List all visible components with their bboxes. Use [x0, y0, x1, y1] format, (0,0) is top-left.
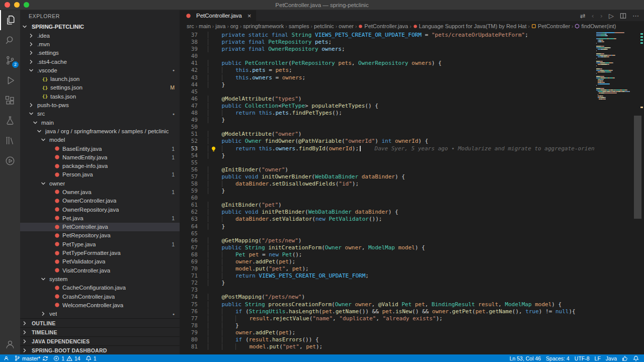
eol-indicator[interactable]: LF — [595, 354, 601, 362]
code-line[interactable]: 55 — [180, 159, 595, 166]
source-control-icon[interactable]: 2 — [0, 50, 20, 70]
line-number[interactable]: 63 — [180, 216, 208, 223]
line-number[interactable]: 61 — [180, 202, 208, 209]
line-number[interactable]: 72 — [180, 280, 208, 287]
code-line[interactable]: 59 } — [180, 188, 595, 195]
code-line[interactable]: 61 @InitBinder("pet") — [180, 202, 595, 209]
line-number[interactable]: 50 — [180, 124, 208, 131]
code-line[interactable]: 37 private static final String VIEWS_PET… — [180, 32, 595, 39]
open-changes-icon[interactable]: ⇄ — [580, 13, 586, 19]
zoom-window-button[interactable] — [24, 2, 29, 8]
code-line[interactable]: 50 — [180, 124, 595, 131]
file-item[interactable]: {}tasks.json — [20, 92, 180, 101]
language-indicator[interactable]: Java — [606, 354, 617, 362]
line-number[interactable]: 41 — [180, 60, 208, 67]
line-number[interactable]: 56 — [180, 166, 208, 173]
folder-item[interactable]: java / org / springframework / samples /… — [20, 127, 180, 135]
explorer-icon[interactable] — [0, 10, 20, 30]
line-number[interactable]: 79 — [180, 329, 208, 336]
code-line[interactable]: 54 } — [180, 152, 595, 159]
line-number[interactable]: 49 — [180, 117, 208, 124]
branch-indicator[interactable]: master* — [14, 354, 48, 362]
line-number[interactable]: 59 — [180, 188, 208, 195]
breadcrumb-item[interactable]: PetController.java — [358, 23, 408, 29]
folder-item[interactable]: model — [20, 136, 180, 144]
code-line[interactable]: 51 @ModelAttribute("owner") — [180, 131, 595, 138]
code-line[interactable]: 73 — [180, 287, 595, 294]
code-line[interactable]: 43 this.owners = owners; — [180, 74, 595, 81]
breadcrumb-item[interactable]: Language Support for Java(TM) by Red Hat — [413, 23, 527, 29]
code-line[interactable]: 56 @InitBinder("owner") — [180, 166, 595, 173]
code-line[interactable]: 40 — [180, 53, 595, 60]
line-number[interactable]: 69 — [180, 258, 208, 265]
folder-item[interactable]: vet● — [20, 310, 180, 318]
code-line[interactable]: 49 } — [180, 117, 595, 124]
line-number[interactable]: 39 — [180, 46, 208, 53]
account-status-icon[interactable] — [4, 354, 9, 362]
line-number[interactable]: 74 — [180, 294, 208, 301]
line-number[interactable]: 78 — [180, 322, 208, 329]
line-number[interactable]: 75 — [180, 301, 208, 308]
folder-item[interactable]: owner — [20, 179, 180, 188]
breadcrumb-item[interactable]: owner — [339, 23, 354, 29]
code-line[interactable]: 76 if (StringUtils.hasLength(pet.getName… — [180, 308, 595, 315]
file-item[interactable]: Owner.java1 — [20, 188, 180, 196]
file-item[interactable]: CacheConfiguration.java — [20, 284, 180, 292]
breadcrumb-item[interactable]: org — [230, 23, 238, 29]
code-line[interactable]: 58 dataBinder.setDisallowedFields("id"); — [180, 180, 595, 188]
file-item[interactable]: CrashController.java — [20, 292, 180, 301]
line-number[interactable]: 81 — [180, 343, 208, 350]
code-line[interactable]: 41 public PetController(PetRepository pe… — [180, 60, 595, 67]
java-projects-icon[interactable] — [0, 131, 20, 151]
spring-boot-dashboard-icon[interactable] — [0, 151, 20, 171]
code-line[interactable]: 47 public Collection<PetType> populatePe… — [180, 103, 595, 110]
indentation-indicator[interactable]: Spaces: 4 — [546, 354, 570, 362]
line-number[interactable]: 53 — [180, 145, 208, 152]
code-line[interactable]: 69 owner.addPet(pet); — [180, 258, 595, 265]
line-number[interactable]: 68 — [180, 251, 208, 258]
project-header[interactable]: SPRING-PETCLINIC — [20, 22, 180, 31]
file-item[interactable]: PetRepository.java — [20, 231, 180, 240]
folder-item[interactable]: main — [20, 118, 180, 127]
breadcrumb-item[interactable]: samples — [289, 23, 309, 29]
scrollbar[interactable] — [632, 31, 644, 354]
extensions-icon[interactable] — [0, 90, 20, 111]
bell-icon-right[interactable] — [633, 354, 639, 362]
line-number[interactable]: 40 — [180, 53, 208, 60]
title-bar[interactable]: PetController.java — spring-petclinic — [0, 0, 644, 10]
folder-item[interactable]: .sts4-cache — [20, 57, 180, 66]
file-item[interactable]: OwnerRepository.java — [20, 205, 180, 214]
code-line[interactable]: 53 return this.owners.findById(ownerId);… — [180, 145, 595, 152]
folder-item[interactable]: .idea — [20, 31, 180, 40]
more-actions-icon[interactable]: ⋯ — [632, 13, 639, 19]
code-line[interactable]: 39 private final OwnerRepository owners; — [180, 46, 595, 53]
line-number[interactable]: 58 — [180, 180, 208, 188]
nav-forward-icon[interactable]: › — [600, 13, 603, 19]
problems-indicator[interactable]: 1 14 — [53, 354, 80, 362]
line-number[interactable]: 38 — [180, 39, 208, 46]
line-number[interactable]: 64 — [180, 223, 208, 230]
file-item[interactable]: NamedEntity.java1 — [20, 153, 180, 161]
line-number[interactable]: 73 — [180, 287, 208, 294]
code-line[interactable]: 70 model.put("pet", pet); — [180, 265, 595, 273]
breadcrumb-item[interactable]: src — [187, 23, 194, 29]
close-tab-icon[interactable]: × — [248, 12, 252, 20]
folder-item[interactable]: push-to-pws — [20, 101, 180, 109]
code-line[interactable]: 52 public Owner findOwner(@PathVariable(… — [180, 138, 595, 145]
folder-item[interactable]: src● — [20, 110, 180, 118]
code-line[interactable]: 44 } — [180, 81, 595, 88]
code-line[interactable]: 67 public String initCreationForm(Owner … — [180, 244, 595, 251]
file-item[interactable]: {}launch.json — [20, 74, 180, 83]
file-item[interactable]: WelcomeController.java — [20, 301, 180, 309]
minimize-window-button[interactable] — [14, 2, 20, 8]
code-line[interactable]: 38 private final PetRepository pets; — [180, 39, 595, 46]
split-editor-icon[interactable] — [620, 13, 626, 19]
line-number[interactable]: 51 — [180, 131, 208, 138]
nav-back-icon[interactable]: ‹ — [592, 13, 594, 19]
sidebar-section-java-dependencies[interactable]: JAVA DEPENDENCIES — [20, 336, 180, 345]
file-item[interactable]: PetType.java1 — [20, 240, 180, 248]
run-debug-icon[interactable] — [0, 70, 20, 90]
code-line[interactable]: 42 this.pets = pets; — [180, 67, 595, 74]
line-number[interactable]: 54 — [180, 152, 208, 159]
code-line[interactable]: 60 — [180, 195, 595, 202]
